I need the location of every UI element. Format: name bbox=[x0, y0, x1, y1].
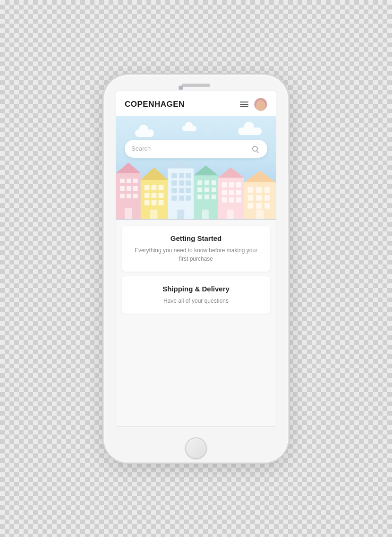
user-avatar[interactable] bbox=[254, 98, 267, 111]
search-bar[interactable]: Search bbox=[125, 140, 267, 158]
svg-rect-56 bbox=[222, 189, 227, 195]
front-camera bbox=[179, 85, 183, 90]
mute-button bbox=[102, 132, 104, 145]
getting-started-title: Getting Started bbox=[129, 234, 263, 242]
shipping-delivery-card[interactable]: Shipping & Delivery Have all of your que… bbox=[122, 276, 270, 314]
svg-rect-20 bbox=[145, 200, 150, 205]
svg-rect-19 bbox=[158, 192, 163, 197]
hamburger-line-3 bbox=[240, 106, 248, 107]
svg-rect-68 bbox=[247, 195, 253, 200]
svg-rect-26 bbox=[171, 173, 177, 178]
svg-rect-65 bbox=[247, 187, 253, 193]
avatar-face bbox=[256, 100, 265, 111]
svg-rect-22 bbox=[158, 200, 163, 205]
svg-rect-7 bbox=[133, 186, 138, 191]
hamburger-line-1 bbox=[240, 102, 248, 102]
svg-marker-40 bbox=[194, 165, 218, 175]
cloud-1 bbox=[135, 129, 154, 137]
svg-rect-42 bbox=[205, 180, 209, 185]
svg-rect-11 bbox=[125, 208, 132, 220]
svg-rect-10 bbox=[133, 193, 138, 198]
svg-rect-70 bbox=[264, 195, 270, 200]
svg-rect-75 bbox=[116, 219, 276, 220]
svg-rect-48 bbox=[205, 194, 209, 199]
svg-rect-47 bbox=[197, 194, 202, 199]
svg-rect-49 bbox=[212, 194, 216, 199]
svg-marker-25 bbox=[168, 159, 194, 168]
svg-rect-55 bbox=[236, 182, 241, 188]
svg-rect-18 bbox=[152, 192, 157, 197]
svg-rect-74 bbox=[256, 209, 264, 220]
svg-rect-34 bbox=[186, 188, 191, 193]
svg-marker-52 bbox=[218, 167, 244, 178]
svg-rect-33 bbox=[179, 188, 184, 193]
svg-rect-28 bbox=[186, 173, 191, 178]
svg-rect-8 bbox=[120, 193, 125, 198]
svg-marker-1 bbox=[116, 162, 141, 173]
svg-rect-5 bbox=[120, 186, 125, 191]
svg-rect-62 bbox=[227, 209, 234, 220]
svg-rect-58 bbox=[236, 189, 241, 195]
svg-rect-36 bbox=[179, 195, 184, 200]
home-button[interactable] bbox=[185, 437, 207, 459]
svg-rect-15 bbox=[152, 185, 157, 190]
hamburger-line-2 bbox=[240, 104, 248, 105]
buildings-illustration bbox=[116, 159, 276, 220]
volume-up-button bbox=[102, 151, 104, 170]
svg-rect-23 bbox=[150, 209, 158, 220]
svg-rect-71 bbox=[247, 203, 253, 208]
svg-rect-9 bbox=[127, 193, 131, 198]
svg-rect-4 bbox=[133, 179, 138, 183]
svg-rect-57 bbox=[229, 189, 234, 195]
cloud-2 bbox=[182, 126, 196, 131]
svg-rect-31 bbox=[186, 180, 191, 186]
svg-rect-30 bbox=[179, 180, 184, 186]
volume-down-button bbox=[102, 175, 104, 194]
phone-screen: COPENHAGEN Search bbox=[116, 91, 276, 426]
svg-rect-44 bbox=[197, 188, 202, 192]
svg-marker-64 bbox=[244, 170, 276, 182]
getting-started-desc: Everything you need to know before makin… bbox=[129, 246, 263, 263]
app-title: COPENHAGEN bbox=[125, 100, 185, 109]
svg-rect-17 bbox=[145, 192, 150, 197]
svg-rect-37 bbox=[186, 195, 191, 200]
svg-rect-3 bbox=[127, 179, 131, 183]
svg-rect-41 bbox=[197, 180, 202, 185]
svg-rect-61 bbox=[236, 197, 241, 202]
buildings-svg bbox=[116, 159, 276, 220]
getting-started-card[interactable]: Getting Started Everything you need to k… bbox=[122, 226, 270, 272]
svg-rect-67 bbox=[264, 187, 270, 193]
phone-bottom-bar bbox=[104, 434, 288, 462]
hero-section: Search bbox=[116, 116, 276, 220]
svg-marker-13 bbox=[141, 167, 168, 180]
svg-rect-50 bbox=[202, 209, 209, 220]
svg-rect-59 bbox=[222, 197, 227, 202]
hamburger-menu-button[interactable] bbox=[240, 102, 248, 107]
shipping-title: Shipping & Delivery bbox=[129, 285, 263, 293]
search-icon bbox=[249, 143, 261, 154]
svg-rect-72 bbox=[256, 203, 262, 208]
svg-rect-6 bbox=[127, 186, 131, 191]
svg-rect-29 bbox=[171, 180, 177, 186]
nav-right-controls bbox=[240, 98, 267, 111]
svg-rect-2 bbox=[120, 179, 125, 183]
svg-rect-45 bbox=[205, 188, 209, 192]
shipping-desc: Have all of your questions bbox=[129, 297, 263, 305]
svg-rect-60 bbox=[229, 197, 234, 202]
svg-rect-73 bbox=[264, 203, 270, 208]
svg-rect-46 bbox=[212, 188, 216, 192]
svg-rect-16 bbox=[158, 185, 163, 190]
phone-device: COPENHAGEN Search bbox=[104, 75, 288, 462]
svg-rect-21 bbox=[152, 200, 157, 205]
power-button bbox=[288, 151, 290, 174]
svg-rect-54 bbox=[229, 182, 234, 188]
search-placeholder-text: Search bbox=[131, 145, 249, 152]
svg-rect-66 bbox=[256, 187, 262, 193]
svg-rect-32 bbox=[171, 188, 177, 193]
svg-rect-14 bbox=[145, 185, 150, 190]
svg-rect-38 bbox=[177, 209, 184, 220]
cloud-3 bbox=[238, 128, 262, 135]
earpiece-speaker bbox=[182, 84, 210, 87]
svg-rect-69 bbox=[256, 195, 262, 200]
search-icon-circle bbox=[252, 146, 258, 152]
